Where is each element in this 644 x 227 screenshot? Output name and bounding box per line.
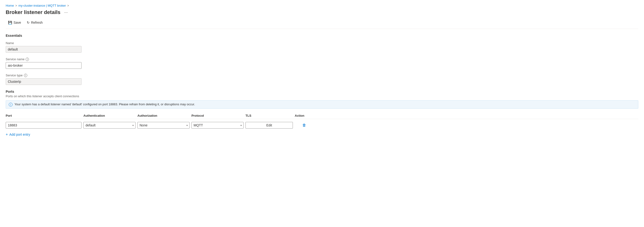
service-type-input bbox=[6, 78, 82, 85]
banner-info-icon: i bbox=[9, 103, 12, 107]
add-port-label: Add port entry bbox=[9, 133, 30, 136]
col-action: Action bbox=[295, 114, 314, 117]
protocol-select-wrapper: MQTT MQTT over WebSocket ▾ bbox=[192, 122, 244, 129]
protocol-select[interactable]: MQTT MQTT over WebSocket bbox=[192, 122, 244, 129]
refresh-button[interactable]: ↻ Refresh bbox=[24, 19, 45, 26]
plus-icon: + bbox=[6, 132, 8, 137]
breadcrumb-cluster[interactable]: my-cluster-instance | MQTT broker bbox=[18, 4, 66, 7]
page-title-row: Broker listener details ··· bbox=[6, 9, 638, 16]
refresh-icon: ↻ bbox=[27, 21, 30, 25]
service-type-label: Service type i bbox=[6, 74, 638, 77]
delete-port-button[interactable]: 🗑 bbox=[295, 122, 314, 128]
authorization-select[interactable]: None Allow Deny bbox=[138, 122, 190, 129]
ports-subtitle: Ports on which this listener accepts cli… bbox=[6, 94, 638, 98]
refresh-label: Refresh bbox=[31, 21, 43, 25]
service-type-field-group: Service type i bbox=[6, 74, 638, 85]
toolbar: 💾 Save ↻ Refresh bbox=[6, 19, 638, 29]
service-name-info-icon: i bbox=[26, 58, 29, 61]
save-button[interactable]: 💾 Save bbox=[6, 19, 24, 26]
breadcrumb-sep-1: > bbox=[16, 4, 17, 7]
col-tls: TLS bbox=[246, 114, 293, 117]
service-name-label: Service name i bbox=[6, 57, 638, 61]
more-options-button[interactable]: ··· bbox=[63, 10, 69, 16]
ports-title: Ports bbox=[6, 90, 638, 93]
save-label: Save bbox=[14, 21, 21, 25]
tls-edit-button[interactable]: Edit bbox=[246, 122, 293, 129]
name-field-group: Name bbox=[6, 41, 638, 53]
breadcrumb: Home > my-cluster-instance | MQTT broker… bbox=[6, 4, 638, 7]
banner-text: Your system has a default listener named… bbox=[14, 102, 195, 106]
add-port-button[interactable]: + Add port entry bbox=[6, 132, 30, 137]
ports-table-header: Port Authentication Authorization Protoc… bbox=[6, 112, 638, 119]
col-authorization: Authorization bbox=[138, 114, 190, 117]
col-protocol: Protocol bbox=[192, 114, 244, 117]
save-icon: 💾 bbox=[8, 21, 12, 25]
delete-icon: 🗑 bbox=[302, 123, 306, 127]
page-title: Broker listener details bbox=[6, 9, 60, 16]
service-name-field-group: Service name i bbox=[6, 57, 638, 69]
authorization-select-wrapper: None Allow Deny ▾ bbox=[138, 122, 190, 129]
name-input bbox=[6, 46, 82, 53]
col-port: Port bbox=[6, 114, 82, 117]
ports-info-banner: i Your system has a default listener nam… bbox=[6, 100, 638, 109]
name-label: Name bbox=[6, 41, 638, 45]
breadcrumb-sep-2: > bbox=[67, 4, 69, 7]
ports-section: Ports Ports on which this listener accep… bbox=[6, 90, 638, 137]
essentials-section: Essentials Name Service name i Service t… bbox=[6, 34, 638, 85]
authentication-select[interactable]: default none bbox=[84, 122, 136, 129]
col-authentication: Authentication bbox=[84, 114, 136, 117]
breadcrumb-home[interactable]: Home bbox=[6, 4, 14, 7]
service-type-info-icon: i bbox=[24, 74, 27, 77]
service-name-input[interactable] bbox=[6, 62, 82, 69]
authentication-select-wrapper: default none ▾ bbox=[84, 122, 136, 129]
essentials-title: Essentials bbox=[6, 34, 638, 38]
port-input[interactable] bbox=[6, 122, 82, 129]
table-row: default none ▾ None Allow Deny ▾ MQTT MQ… bbox=[6, 121, 638, 129]
